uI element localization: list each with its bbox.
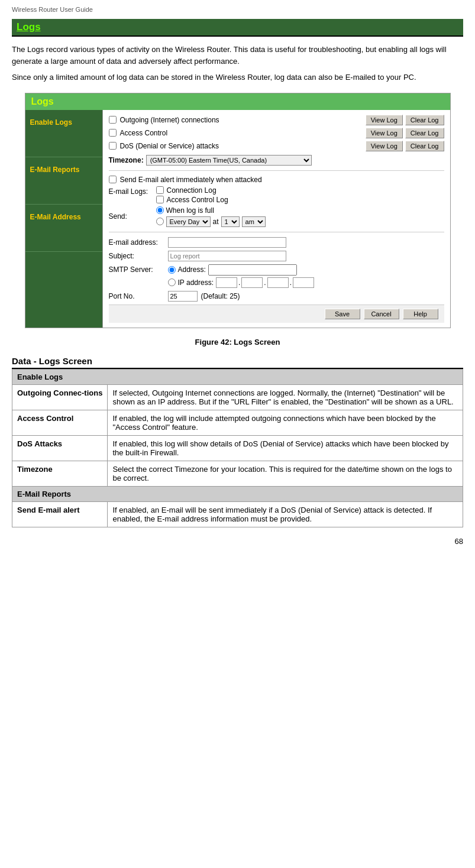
view-log-btn-dos[interactable]: View Log — [366, 141, 403, 151]
smtp-address-row: Address: — [168, 264, 315, 276]
table-section-enable-logs: Enable Logs — [12, 369, 463, 384]
port-default: (Default: 25) — [201, 292, 240, 300]
help-button[interactable]: Help — [403, 309, 438, 319]
table-key-dos: DoS Attacks — [12, 435, 108, 461]
ip-box-2[interactable] — [241, 277, 263, 288]
log-label-outgoing: Outgoing (Internet) connections — [120, 116, 366, 124]
email-field-row: E-mail address: — [109, 237, 444, 248]
log-row-outgoing: Outgoing (Internet) connections View Log… — [109, 115, 444, 125]
table-section-email-reports: E-Mail Reports — [12, 486, 463, 501]
table-val-dos: If enabled, this log will show details o… — [108, 435, 463, 461]
view-log-btn-outgoing[interactable]: View Log — [366, 115, 403, 125]
table-val-outgoing: If selected, Outgoing Internet connectio… — [108, 384, 463, 410]
timezone-select[interactable]: (GMT-05:00) Eastern Time(US, Canada) — [146, 155, 312, 166]
smtp-ip-row: IP address: . . . — [168, 277, 315, 288]
view-log-btn-access[interactable]: View Log — [366, 128, 403, 138]
send-alert-row: Send E-mail alert immediately when attac… — [109, 176, 444, 184]
email-logs-label: E-mail Logs: — [109, 186, 156, 196]
timezone-label: Timezone: — [109, 156, 144, 164]
sidebar-email-address: E-Mail Address — [25, 205, 102, 252]
access-log-label: Access Control Log — [167, 196, 228, 204]
access-log-checkbox[interactable] — [156, 196, 164, 203]
clear-log-btn-outgoing[interactable]: Clear Log — [405, 115, 444, 125]
radio-when-full-input[interactable] — [156, 206, 164, 214]
table-key-outgoing: Outgoing Connec-tions — [12, 384, 108, 410]
table-row: Send E-mail alert If enabled, an E-mail … — [12, 501, 463, 527]
data-section-title: Data - Logs Screen — [12, 356, 463, 369]
ip-box-3[interactable] — [267, 277, 289, 288]
checkbox-outgoing[interactable] — [109, 116, 117, 124]
subject-input[interactable] — [168, 251, 286, 261]
at-label: at — [213, 218, 219, 226]
log-row-access: Access Control View Log Clear Log — [109, 128, 444, 138]
subject-label: Subject: — [109, 252, 168, 260]
router-ui-screenshot: Logs Enable Logs E-Mail Reports E-Mail A… — [25, 93, 451, 328]
email-address-content: E-mail address: Subject: SMTP Server: Ad… — [109, 237, 444, 302]
save-button[interactable]: Save — [325, 309, 360, 319]
send-label: Send: — [109, 212, 156, 221]
table-row: Outgoing Connec-tions If selected, Outgo… — [12, 384, 463, 410]
figure-caption: Figure 42: Logs Screen — [12, 338, 463, 346]
send-alert-checkbox[interactable] — [109, 176, 117, 183]
log-label-dos: DoS (Denial or Service) attacks — [120, 142, 366, 150]
intro-paragraph-2: Since only a limited amount of log data … — [12, 72, 463, 83]
timezone-row: Timezone: (GMT-05:00) Eastern Time(US, C… — [109, 155, 444, 166]
connection-log-label: Connection Log — [167, 186, 217, 195]
access-log-row: Access Control Log — [156, 196, 228, 204]
data-table: Enable Logs Outgoing Connec-tions If sel… — [12, 369, 463, 527]
every-day-select[interactable]: Every Day — [166, 216, 211, 227]
email-logs-row: E-mail Logs: Connection Log Access Contr… — [109, 186, 444, 204]
ip-boxes: . . . — [216, 277, 314, 288]
at-value-select[interactable]: 1 — [221, 216, 240, 227]
am-pm-select[interactable]: am — [242, 216, 266, 227]
table-key-send-alert: Send E-mail alert — [12, 501, 108, 527]
smtp-row: SMTP Server: Address: IP address: — [109, 264, 444, 288]
radio-every-day: Every Day at 1 am — [156, 216, 266, 227]
log-row-dos: DoS (Denial or Service) attacks View Log… — [109, 141, 444, 151]
when-full-label: When log is full — [166, 206, 214, 215]
email-reports-content: Send E-mail alert immediately when attac… — [109, 176, 444, 227]
port-input[interactable] — [168, 291, 198, 302]
table-row: Timezone Select the correct Timezone for… — [12, 461, 463, 486]
smtp-address-radio[interactable] — [168, 266, 176, 274]
table-val-send-alert: If enabled, an E-mail will be sent immed… — [108, 501, 463, 527]
page-number: 68 — [12, 537, 463, 546]
email-addr-label: E-mail address: — [109, 238, 168, 247]
radio-when-full: When log is full — [156, 206, 266, 215]
radio-every-day-input[interactable] — [156, 218, 164, 225]
subject-field-row: Subject: — [109, 251, 444, 261]
section-header-enable-logs: Enable Logs — [12, 369, 463, 384]
smtp-ip-radio[interactable] — [168, 278, 176, 286]
router-main-content: Outgoing (Internet) connections View Log… — [102, 110, 450, 328]
smtp-label: SMTP Server: — [109, 264, 168, 274]
port-label: Port No. — [109, 292, 168, 300]
table-key-timezone: Timezone — [12, 461, 108, 486]
connection-log-checkbox[interactable] — [156, 186, 164, 194]
connection-log-row: Connection Log — [156, 186, 228, 195]
checkbox-dos[interactable] — [109, 142, 117, 150]
table-val-timezone: Select the correct Timezone for your loc… — [108, 461, 463, 486]
smtp-address-input[interactable] — [208, 264, 297, 276]
cancel-button[interactable]: Cancel — [364, 309, 399, 319]
intro-paragraph-1: The Logs record various types of activit… — [12, 44, 463, 67]
clear-log-btn-access[interactable]: Clear Log — [405, 128, 444, 138]
send-alert-label: Send E-mail alert immediately when attac… — [120, 176, 262, 184]
page-header: Wireless Router User Guide — [12, 6, 463, 13]
table-row: Access Control If enabled, the log will … — [12, 410, 463, 435]
log-label-access: Access Control — [120, 129, 366, 137]
sidebar-label-enable-logs: Enable Logs — [30, 118, 72, 127]
clear-log-btn-dos[interactable]: Clear Log — [405, 141, 444, 151]
router-footer: Save Cancel Help — [109, 305, 444, 323]
router-sidebar: Enable Logs E-Mail Reports E-Mail Addres… — [25, 110, 102, 328]
email-addr-input[interactable] — [168, 237, 286, 248]
section-title: Logs — [12, 19, 463, 37]
sidebar-email-reports: E-Mail Reports — [25, 157, 102, 205]
ip-box-4[interactable] — [293, 277, 314, 288]
sidebar-label-email-reports: E-Mail Reports — [30, 166, 80, 174]
checkbox-access[interactable] — [109, 129, 117, 137]
section-header-email-reports: E-Mail Reports — [12, 486, 463, 501]
ip-box-1[interactable] — [216, 277, 237, 288]
sidebar-enable-logs: Enable Logs — [25, 110, 102, 157]
send-row: Send: When log is full Every Day at — [109, 206, 444, 227]
smtp-ip-label: IP address: — [178, 278, 214, 287]
